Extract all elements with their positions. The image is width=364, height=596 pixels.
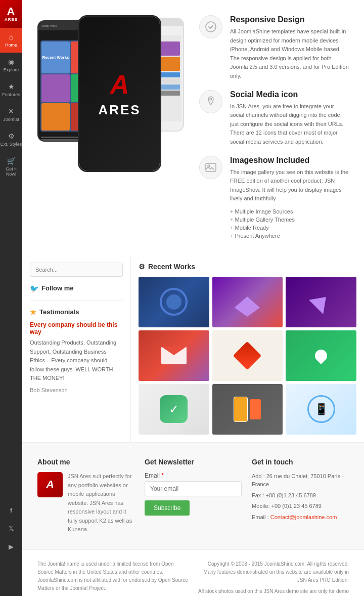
sidebar-youtube-link[interactable]: ▶ [0,537,22,556]
phone-mockup: VodaPhone4:32 PM Recent Works [37,15,184,177]
sidebar-item-get-it-now[interactable]: 🛒 Get it Now! [0,152,22,182]
contact-address: Add : 26 rue du Chalet, 75010 Paris - Fr… [252,472,349,489]
ruby-shape [233,342,262,370]
feature-social: Social Media icon In JSN Ares, you are f… [199,90,349,147]
feature-social-desc: In JSN Ares, you are free to integrate y… [230,102,349,147]
footer-bottom: The Joomla! name is used under a limited… [22,549,364,596]
newsletter-email-input[interactable] [145,481,242,496]
sidebar-item-explore[interactable]: ◉ Explore [0,53,22,77]
imageshow-icon [199,156,222,179]
sidebar-item-joomla[interactable]: ✕ Joomla! [0,102,22,127]
sidebar-item-home[interactable]: ⌂ Home [0,28,22,53]
mobile-circle: 📱 [307,395,335,423]
divider-1 [30,300,123,301]
about-logo: A [37,472,63,497]
mini-app-5 [41,103,70,131]
follow-me-section: 🐦 Follow me [30,284,123,292]
app-ruby-bg [212,330,283,381]
feature-responsive-desc: All JoomlaShine templates have special b… [230,27,349,81]
gear-icon: ⚙ [139,263,145,271]
sidebar: A ARES ⌂ Home ◉ Explore ★ Features ✕ Joo… [0,0,22,596]
svg-point-1 [210,98,212,100]
feature-imageshow-list: Multiple Image Sources Multiple Gallery … [230,207,349,240]
email-label: Email : [252,514,269,520]
sidebar-item-label: Joomla! [3,117,19,122]
app-arrow-bg [286,277,356,327]
footer-newsletter-title: Get Newsletter [145,458,242,466]
follow-me-label: Follow me [41,284,74,292]
work-item-8[interactable] [212,384,283,435]
footer-top: About me A JSN Ares suit perfectly for a… [22,442,364,549]
phone-ui-wrapper [234,397,261,422]
subscribe-button[interactable]: Subscribe [145,500,190,516]
footer-legal-right: Copyright © 2008 - 2015 JoomlaShine.com.… [198,560,349,596]
contact-fax: Fax : +00 (0)1 23 45 6789 [252,491,349,500]
twitter-icon: 𝕏 [9,525,14,532]
logo-name: ARES [5,17,18,22]
facebook-icon: f [10,506,12,514]
feature-social-content: Social Media icon In JSN Ares, you are f… [230,90,349,147]
footer-photos-note: All stock photos used on this JSN Ares d… [198,587,349,596]
work-item-1[interactable] [139,277,209,327]
recent-works-title: ⚙ Recent Works [139,263,356,271]
sidebar-logo[interactable]: A ARES [0,0,22,28]
newsletter-label: Email * [145,472,242,479]
ext-styles-icon: ⚙ [8,132,15,140]
social-sidebar: f 𝕏 ▶ [0,501,22,556]
sidebar-item-label: Get it Now! [0,166,22,177]
feature-responsive-title: Responsive Design [230,15,349,24]
arrow-shape [309,290,333,314]
footer-about-col: About me A JSN Ares suit perfectly for a… [37,458,134,534]
svg-point-0 [206,22,216,32]
feature-imageshow: Imageshow Included The image gallery you… [199,156,349,240]
feature-list-item: Present Anywhere [230,232,349,240]
footer-legal-left: The Joomla! name is used under a limited… [37,560,188,596]
sidebar-item-label: Home [5,42,17,48]
phone-front-inner: A ARES [79,17,160,171]
testimonial-text: Outstanding Products, Outstanding Suppor… [30,338,123,383]
works-grid: ✓ 📱 [139,277,356,435]
testimonial-author: Bob Stevenson [30,387,123,393]
app-diamond-bg [212,277,283,327]
sidebar-item-features[interactable]: ★ Features [0,77,22,102]
sidebar-facebook-link[interactable]: f [0,501,22,519]
testimonials-label: Testimonials [39,308,79,316]
feature-responsive-content: Responsive Design All JoomlaShine templa… [230,15,349,81]
mail-envelope [161,347,187,364]
app-check-bg: ✓ [139,384,209,435]
testimonial-highlight: Every company should be this way [30,321,123,335]
work-item-7[interactable]: ✓ [139,384,209,435]
check-inner: ✓ [160,395,188,423]
youtube-icon: ▶ [9,543,14,550]
left-col: 🐦 Follow me ★ Testimonials Every company… [22,255,131,442]
work-item-9[interactable]: 📱 [286,384,356,435]
feature-imageshow-content: Imageshow Included The image gallery you… [230,156,349,240]
about-text: JSN Ares suit perfectly for any portfoli… [68,472,134,534]
phone-front: A ARES [78,15,161,172]
work-item-5[interactable] [212,330,283,381]
mini-app-3 [41,74,70,102]
sidebar-item-label: Explore [4,67,19,72]
cart-icon: 🛒 [7,157,16,165]
search-input[interactable] [30,263,123,277]
work-item-4[interactable] [139,330,209,381]
feature-list-item: Multiple Gallery Themes [230,216,349,224]
features-icon: ★ [8,82,15,91]
app-mobile-bg: 📱 [286,384,356,435]
sidebar-twitter-link[interactable]: 𝕏 [0,519,22,537]
hero-section: VodaPhone4:32 PM Recent Works [22,0,364,255]
responsive-icon [199,15,222,38]
feature-list-item: Multiple Image Sources [230,207,349,216]
work-item-3[interactable] [286,277,356,327]
sidebar-item-ext-styles[interactable]: ⚙ Ext. Styles [0,127,22,152]
work-item-6[interactable] [286,330,356,381]
contact-email: Email : Contact@joomlashine.com [252,513,349,522]
footer-contact-title: Get in touch [252,458,349,466]
work-item-2[interactable] [212,277,283,327]
circle-inner [166,294,181,310]
app-blue-circle-bg [139,277,209,327]
testimonials-section-title: ★ Testimonials [30,308,123,316]
footer-about-title: About me [37,458,134,466]
phone-orange [234,397,248,422]
contact-email-link[interactable]: Contact@joomlashine.com [270,514,337,520]
